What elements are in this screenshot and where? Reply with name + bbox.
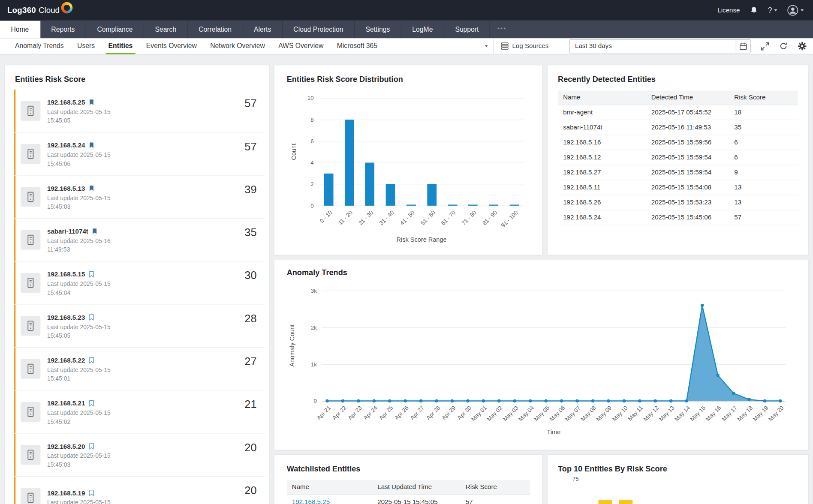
nav-tab-search[interactable]: Search [144, 21, 188, 38]
date-range-input[interactable] [570, 42, 736, 50]
data-point[interactable] [482, 399, 485, 402]
help-menu[interactable]: ? [768, 6, 777, 15]
subnav-item-microsoft-365[interactable]: Microsoft 365 [330, 38, 384, 54]
settings-gear-button[interactable] [798, 42, 807, 51]
nav-tab-compliance[interactable]: Compliance [86, 21, 144, 38]
bookmark-outline-icon[interactable] [89, 400, 94, 407]
data-point[interactable] [325, 399, 328, 402]
data-point[interactable] [529, 399, 532, 402]
bar-21-30[interactable] [365, 162, 375, 206]
data-point[interactable] [513, 399, 516, 402]
bar-41-50[interactable] [406, 204, 416, 205]
subnav-item-anomaly-trends[interactable]: Anomaly Trends [8, 38, 70, 54]
nav-tab-home[interactable]: Home [0, 21, 40, 38]
data-point[interactable] [669, 399, 672, 402]
nav-tab-logme[interactable]: LogMe [401, 21, 444, 38]
entity-name[interactable]: sabari-11074t [47, 228, 88, 235]
bar-61-70[interactable] [448, 204, 457, 205]
data-point[interactable] [623, 399, 626, 402]
table-row[interactable]: 192.168.5.122025-05-15 15:59:546 [558, 150, 798, 165]
entity-row[interactable]: sabari-11074tLast update 2025-05-1611:49… [14, 219, 265, 261]
data-point[interactable] [373, 399, 376, 402]
data-point[interactable] [451, 399, 454, 402]
data-point[interactable] [403, 399, 406, 402]
data-point[interactable] [544, 399, 547, 402]
data-point[interactable] [575, 399, 578, 402]
entity-row[interactable]: 192.168.5.24Last update 2025-05-1515:45:… [14, 132, 265, 175]
data-point[interactable] [435, 399, 438, 402]
license-button[interactable]: License [717, 7, 740, 14]
data-point[interactable] [341, 399, 344, 402]
entity-name[interactable]: 192.168.5.24 [47, 142, 85, 149]
bookmark-icon[interactable] [89, 99, 94, 105]
log-sources-button[interactable]: Log Sources [493, 38, 556, 54]
data-point[interactable] [560, 399, 563, 402]
table-row[interactable]: bmr-agent2025-05-17 05:45:5218 [558, 105, 798, 120]
data-point[interactable] [763, 399, 766, 402]
entity-row[interactable]: 192.168.5.13Last update 2025-05-1515:45:… [14, 176, 265, 219]
entity-name[interactable]: 192.168.5.25 [47, 99, 85, 106]
nav-tab-alerts[interactable]: Alerts [243, 21, 283, 38]
date-range-picker[interactable] [569, 39, 751, 53]
data-point[interactable] [638, 399, 641, 402]
data-point[interactable] [654, 399, 657, 402]
bookmark-icon[interactable] [92, 228, 97, 234]
subnav-item-events-overview[interactable]: Events Overview [139, 38, 203, 54]
table-row[interactable]: sabari-11074t2025-05-16 11:49:5335 [558, 120, 798, 135]
bookmark-outline-icon[interactable] [89, 271, 94, 278]
entity-name[interactable]: 192.168.5.22 [47, 357, 85, 364]
entity-name[interactable]: 192.168.5.21 [47, 400, 85, 407]
data-point[interactable] [732, 392, 735, 395]
data-point[interactable] [497, 399, 500, 402]
subnav-item-entities[interactable]: Entities [102, 38, 139, 54]
data-point[interactable] [701, 304, 704, 307]
refresh-button[interactable] [779, 42, 787, 50]
data-point[interactable] [685, 399, 688, 402]
data-point[interactable] [591, 399, 594, 402]
entity-row[interactable]: 192.168.5.20Last update 2025-05-1515:45:… [14, 434, 265, 477]
bookmark-icon[interactable] [89, 142, 94, 149]
entity-row[interactable]: 192.168.5.23Last update 2025-05-1515:45:… [14, 305, 265, 348]
nav-tab-reports[interactable]: Reports [40, 21, 86, 38]
data-point[interactable] [466, 399, 469, 402]
nav-tab-settings[interactable]: Settings [355, 21, 401, 38]
bookmark-outline-icon[interactable] [89, 489, 94, 496]
fullscreen-button[interactable] [761, 42, 770, 51]
data-point[interactable] [716, 374, 719, 377]
data-point[interactable] [607, 399, 610, 402]
top10-bar[interactable] [619, 500, 632, 504]
entity-row[interactable]: 192.168.5.21Last update 2025-05-1515:45:… [14, 390, 265, 433]
entity-row[interactable]: 192.168.5.25Last update 2025-05-1515:45:… [14, 90, 265, 132]
data-point[interactable] [747, 398, 750, 401]
entity-name[interactable]: 192.168.5.13 [47, 185, 85, 192]
bar-31-40[interactable] [386, 184, 395, 206]
calendar-button[interactable] [736, 39, 750, 52]
data-point[interactable] [357, 399, 360, 402]
data-point[interactable] [419, 399, 422, 402]
nav-tab-correlation[interactable]: Correlation [188, 21, 243, 38]
entity-name[interactable]: 192.168.5.19 [47, 489, 85, 497]
nav-more-button[interactable]: ••• [490, 21, 514, 38]
table-row[interactable]: 192.168.5.242025-05-15 15:45:0657 [558, 210, 798, 225]
bookmark-outline-icon[interactable] [89, 443, 94, 450]
entity-row[interactable]: 192.168.5.22Last update 2025-05-1515:45:… [14, 348, 265, 390]
entity-name[interactable]: 192.168.5.23 [47, 314, 85, 321]
bookmark-outline-icon[interactable] [89, 314, 94, 321]
table-row[interactable]: 192.168.5.262025-05-15 15:53:2313 [558, 195, 798, 210]
log360-logo[interactable]: Log360 Cloud [7, 5, 72, 16]
bookmark-outline-icon[interactable] [89, 357, 94, 363]
bar-11-20[interactable] [345, 120, 354, 206]
notifications-bell-icon[interactable] [750, 6, 758, 15]
entity-row[interactable]: 192.168.5.15Last update 2025-05-1515:45:… [14, 261, 265, 304]
table-row[interactable]: 192.168.5.252025-05-15 15:45:0557 [287, 495, 530, 504]
top10-bar[interactable] [598, 500, 611, 504]
table-row[interactable]: 192.168.5.112025-05-15 15:54:0813 [558, 180, 798, 195]
table-row[interactable]: 192.168.5.162025-05-15 15:59:566 [558, 135, 798, 150]
bar-91-100[interactable] [510, 204, 519, 205]
bar-81-90[interactable] [489, 204, 499, 205]
entity-name[interactable]: 192.168.5.15 [47, 271, 85, 278]
subnav-item-network-overview[interactable]: Network Overview [203, 38, 271, 54]
entity-row[interactable]: 192.168.5.19Last update 2025-05-1520 [14, 477, 265, 504]
nav-tab-support[interactable]: Support [444, 21, 490, 38]
bar-71-80[interactable] [468, 204, 478, 205]
